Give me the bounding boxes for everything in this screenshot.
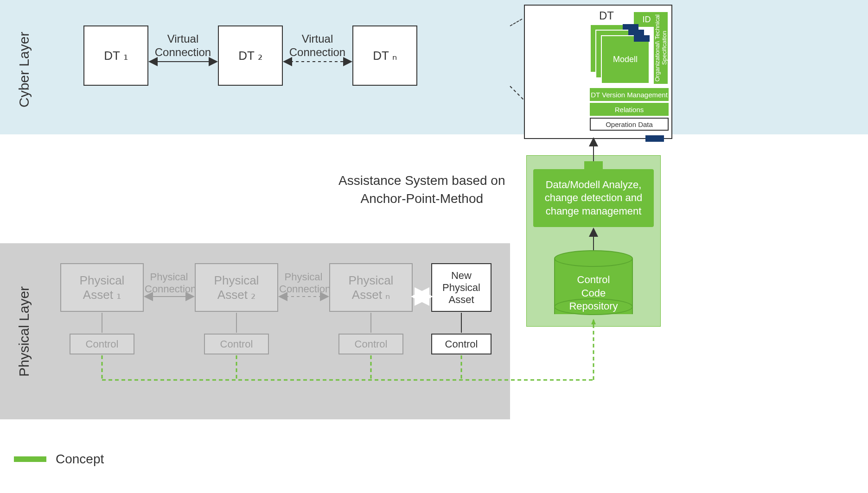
new-physical-asset-box: NewPhysicalAsset — [431, 263, 491, 312]
physical-asset-1-box: PhysicalAsset ₁ — [60, 263, 144, 312]
dt-n-box: DT ₙ — [352, 25, 417, 86]
legend-swatch-concept — [14, 456, 46, 462]
dt-n-label: DT ₙ — [373, 49, 396, 63]
dt-detail-card: DT ID Organizational\ Technical Specific… — [524, 5, 672, 139]
control-n-box: Control — [338, 334, 403, 354]
virtual-connection-2-label: Virtual Connection — [284, 32, 351, 59]
dt-2-label: DT ₂ — [238, 49, 262, 63]
physical-asset-2-box: PhysicalAsset ₂ — [195, 263, 278, 312]
physical-asset-n-box: PhysicalAsset ₙ — [329, 263, 413, 312]
control-code-repository: Control Code Repository — [554, 250, 633, 315]
dt-version-management-box: DT Version Management — [590, 88, 669, 101]
modell-card-front: Modell — [601, 35, 650, 84]
dt-detail-port — [645, 135, 664, 142]
physical-layer-label: Physical Layer — [16, 273, 32, 389]
dt-spec-box: Organizational\ Technical Specification — [654, 12, 668, 84]
virtual-connection-1-label: Virtual Connection — [149, 32, 217, 59]
dt-1-label: DT ₁ — [104, 49, 128, 63]
cyber-layer-label: Cyber Layer — [16, 28, 32, 111]
dt-1-box: DT ₁ — [83, 25, 148, 86]
analyze-box-tab — [584, 161, 603, 170]
legend-text-concept: Concept — [56, 452, 104, 467]
assistance-system-title: Assistance System based on Anchor-Point-… — [338, 171, 505, 208]
legend: Concept — [14, 452, 104, 467]
dt-relations-box: Relations — [590, 103, 669, 116]
modell-stack: Modell — [590, 24, 650, 84]
new-control-box: Control — [431, 334, 491, 354]
analyze-box: Data/Modell Analyze, change detection an… — [533, 169, 654, 227]
control-2-box: Control — [204, 334, 269, 354]
control-1-box: Control — [70, 334, 134, 354]
physical-connection-1-label: PhysicalConnection — [145, 271, 193, 296]
physical-connection-2-label: PhysicalConnection — [279, 271, 328, 296]
dt-detail-title: DT — [599, 9, 614, 22]
dt-2-box: DT ₂ — [218, 25, 283, 86]
dt-operation-data-box: Operation Data — [590, 118, 669, 131]
